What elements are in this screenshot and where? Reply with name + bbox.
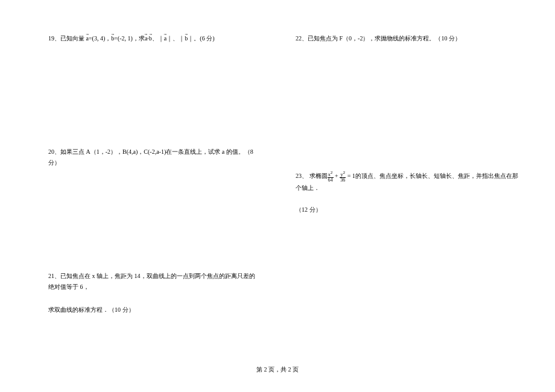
- problem-text: 已知焦点为 F（0，-2），求抛物线的标准方程。: [308, 35, 435, 42]
- problem-text: = 1: [346, 172, 355, 179]
- problem-text: 、｜: [152, 35, 164, 42]
- problem-number: 20、: [48, 148, 60, 155]
- vector-a: a⃗: [145, 33, 147, 44]
- problem-line: 23、 求椭圆x264 + y236 = 1的顶点、焦点坐标，长轴长、短轴长、焦…: [296, 171, 519, 194]
- problem-number: 19、: [48, 35, 60, 42]
- exponent: 2: [343, 170, 345, 175]
- problem-line: 21、已知焦点在 x 轴上，焦距为 14，双曲线上的一点到两个焦点的距离只差的绝…: [48, 271, 259, 292]
- problem-line: 求双曲线的标准方程．（10 分）: [48, 305, 259, 315]
- problem-line: （12 分）: [296, 204, 519, 215]
- page-number: 第 2 页，共 2 页: [0, 365, 555, 374]
- vector-b: b⃗: [111, 33, 114, 44]
- point-value: （10 分）: [109, 306, 135, 313]
- point-value: （10 分）: [435, 35, 461, 42]
- denominator: 36: [340, 178, 346, 183]
- problem-text: =(3, 4)，: [89, 35, 111, 42]
- left-column: 19、已知向量 a⃗=(3, 4)，b⃗=(-2, 1)，求a⃗·b⃗、｜a⃗｜…: [0, 0, 278, 392]
- problem-number: 21、: [48, 273, 60, 279]
- exponent: 2: [331, 170, 333, 175]
- fraction: y236: [340, 171, 346, 183]
- fraction: x264: [328, 171, 334, 183]
- page-number-text: 第 2 页，共 2 页: [256, 366, 299, 373]
- problem-number: 23、: [296, 172, 308, 179]
- problem-23: 23、 求椭圆x264 + y236 = 1的顶点、焦点坐标，长轴长、短轴长、焦…: [296, 171, 519, 215]
- vec-letter: a: [164, 35, 166, 42]
- problem-text: 求双曲线的标准方程．: [48, 306, 109, 313]
- vector-b: b⃗: [185, 33, 188, 44]
- page-container: 19、已知向量 a⃗=(3, 4)，b⃗=(-2, 1)，求a⃗·b⃗、｜a⃗｜…: [0, 0, 555, 392]
- vector-a: a⃗: [164, 33, 166, 44]
- vec-letter: b: [149, 35, 152, 42]
- problem-text: +: [334, 172, 340, 179]
- problem-text: ｜。: [188, 35, 200, 42]
- problem-text: 已知焦点在 x 轴上，焦距为 14，双曲线上的一点到两个焦点的距离只差的绝对值等…: [48, 273, 255, 290]
- problem-text: 求椭圆: [308, 172, 328, 179]
- vec-letter: a: [145, 35, 147, 42]
- point-value: （12 分）: [296, 206, 322, 213]
- problem-20: 20、如果三点 A（1，-2），B(4,a)，C(-2,a-1)在一条直线上，试…: [48, 147, 259, 168]
- numerator: x2: [328, 171, 334, 178]
- denominator: 64: [328, 178, 334, 183]
- problem-text: 如果三点 A（1，-2），B(4,a)，C(-2,a-1)在一条直线上，试求 a…: [60, 148, 244, 155]
- point-value: (6 分): [200, 35, 214, 42]
- numerator: y2: [340, 171, 346, 178]
- problem-number: 22、: [296, 35, 308, 42]
- vector-b: b⃗: [149, 33, 152, 44]
- vec-letter: b: [111, 35, 114, 42]
- problem-19: 19、已知向量 a⃗=(3, 4)，b⃗=(-2, 1)，求a⃗·b⃗、｜a⃗｜…: [48, 33, 259, 44]
- problem-text: =(-2, 1)，求: [114, 35, 145, 42]
- vec-letter: a: [86, 35, 89, 42]
- problem-22: 22、已知焦点为 F（0，-2），求抛物线的标准方程。（10 分）: [296, 33, 519, 44]
- right-column: 22、已知焦点为 F（0，-2），求抛物线的标准方程。（10 分） 23、 求椭…: [278, 0, 555, 392]
- problem-text: ｜、｜: [166, 35, 185, 42]
- problem-text: 已知向量: [60, 35, 86, 42]
- vec-letter: b: [185, 35, 188, 42]
- problem-21: 21、已知焦点在 x 轴上，焦距为 14，双曲线上的一点到两个焦点的距离只差的绝…: [48, 271, 259, 315]
- vector-a: a⃗: [86, 33, 89, 44]
